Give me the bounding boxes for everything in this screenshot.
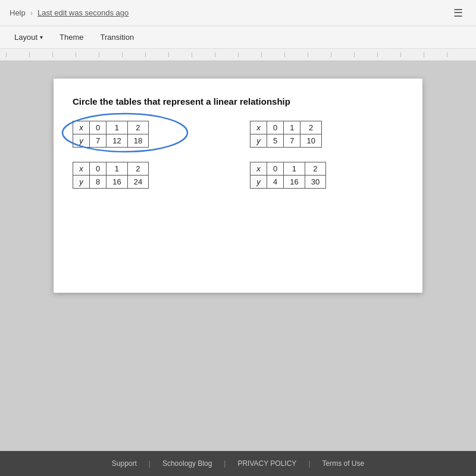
footer-terms[interactable]: Terms of Use (322, 459, 365, 468)
ruler-mark (377, 52, 400, 57)
layout-dropdown-icon: ▾ (40, 34, 43, 40)
ruler-mark (400, 52, 424, 57)
ruler-mark (52, 52, 76, 57)
data-table-1: x 0 1 2 y 7 12 18 (73, 121, 149, 148)
cell: 18 (127, 134, 148, 148)
table-wrapper-3: x 0 1 2 y 8 16 24 (73, 162, 226, 189)
table-wrapper-4: x 0 1 2 y 4 16 30 (250, 162, 403, 189)
footer-blog[interactable]: Schoology Blog (162, 459, 212, 468)
table-row: y 5 7 10 (250, 134, 322, 148)
cell: 16 (284, 176, 305, 189)
cell: 24 (127, 176, 148, 189)
transition-label: Transition (101, 33, 134, 42)
table-row: x 0 1 2 (73, 162, 149, 176)
cell: 8 (90, 176, 107, 189)
ruler-mark (308, 52, 331, 57)
main-area: Circle the tables that represent a linea… (0, 61, 476, 305)
comment-icon[interactable]: ☰ (450, 5, 466, 21)
table-row: x 0 1 2 (250, 162, 326, 176)
cell: 1 (284, 162, 305, 176)
cell: 5 (267, 134, 284, 148)
top-bar-left: Help › Last edit was seconds ago (10, 8, 129, 17)
tables-container: x 0 1 2 y 7 12 18 x (73, 121, 403, 189)
cell: x (73, 162, 90, 176)
ruler-mark (192, 52, 215, 57)
ruler-mark (76, 52, 99, 57)
cell: x (250, 162, 267, 176)
ruler-marks (6, 52, 470, 57)
transition-button[interactable]: Transition (93, 30, 142, 45)
ruler-mark (447, 52, 470, 57)
cell: 0 (267, 121, 284, 134)
footer-divider-2: | (224, 459, 226, 468)
cell: 2 (127, 121, 148, 134)
ruler-mark (6, 52, 29, 57)
breadcrumb-separator: › (30, 8, 33, 17)
data-table-2: x 0 1 2 y 5 7 10 (250, 121, 322, 148)
cell: 4 (267, 176, 284, 189)
lower-gray-area (0, 305, 476, 451)
data-table-3: x 0 1 2 y 8 16 24 (73, 162, 149, 189)
ruler-mark (99, 52, 122, 57)
cell: 10 (300, 134, 321, 148)
ruler-mark (145, 52, 168, 57)
table-row: x 0 1 2 (73, 121, 149, 134)
cell: 7 (90, 134, 107, 148)
ruler-mark (29, 52, 52, 57)
data-table-4: x 0 1 2 y 4 16 30 (250, 162, 326, 189)
slide-title: Circle the tables that represent a linea… (73, 95, 403, 108)
cell: y (250, 176, 267, 189)
cell: x (73, 121, 90, 134)
table-row: y 4 16 30 (250, 176, 326, 189)
ruler-mark (284, 52, 308, 57)
cell: 30 (305, 176, 325, 189)
ruler-mark (261, 52, 284, 57)
cell: 1 (107, 121, 127, 134)
ruler-mark (424, 52, 447, 57)
table-row: x 0 1 2 (250, 121, 322, 134)
ruler-mark (331, 52, 354, 57)
last-edit-text[interactable]: Last edit was seconds ago (37, 8, 129, 17)
toolbar: Layout ▾ Theme Transition (0, 26, 476, 49)
cell: 16 (107, 176, 127, 189)
cell: 2 (300, 121, 321, 134)
layout-label: Layout (14, 33, 37, 42)
footer-support[interactable]: Support (112, 459, 137, 468)
cell: y (73, 176, 90, 189)
cell: y (73, 134, 90, 148)
cell: 1 (107, 162, 127, 176)
cell: 2 (127, 162, 148, 176)
cell: 7 (284, 134, 300, 148)
slide: Circle the tables that represent a linea… (54, 79, 422, 293)
table-row: y 8 16 24 (73, 176, 149, 189)
cell: 1 (284, 121, 300, 134)
cell: y (250, 134, 267, 148)
ruler-mark (168, 52, 192, 57)
layout-button[interactable]: Layout ▾ (7, 30, 50, 45)
theme-label: Theme (60, 33, 83, 42)
top-bar: Help › Last edit was seconds ago ☰ (0, 0, 476, 26)
table-wrapper-2: x 0 1 2 y 5 7 10 (250, 121, 403, 148)
ruler (0, 49, 476, 61)
footer-divider-3: | (308, 459, 310, 468)
footer: Support | Schoology Blog | PRIVACY POLIC… (0, 451, 476, 476)
ruler-mark (354, 52, 377, 57)
ruler-mark (122, 52, 145, 57)
ruler-mark (215, 52, 238, 57)
cell: 0 (90, 162, 107, 176)
cell: x (250, 121, 267, 134)
table-row: y 7 12 18 (73, 134, 149, 148)
cell: 12 (107, 134, 127, 148)
theme-button[interactable]: Theme (52, 30, 90, 45)
table-wrapper-1: x 0 1 2 y 7 12 18 (73, 121, 226, 148)
ruler-mark (238, 52, 261, 57)
cell: 2 (305, 162, 325, 176)
footer-privacy[interactable]: PRIVACY POLICY (237, 459, 296, 468)
cell: 0 (90, 121, 107, 134)
footer-divider-1: | (149, 459, 151, 468)
help-link[interactable]: Help (10, 8, 26, 17)
cell: 0 (267, 162, 284, 176)
